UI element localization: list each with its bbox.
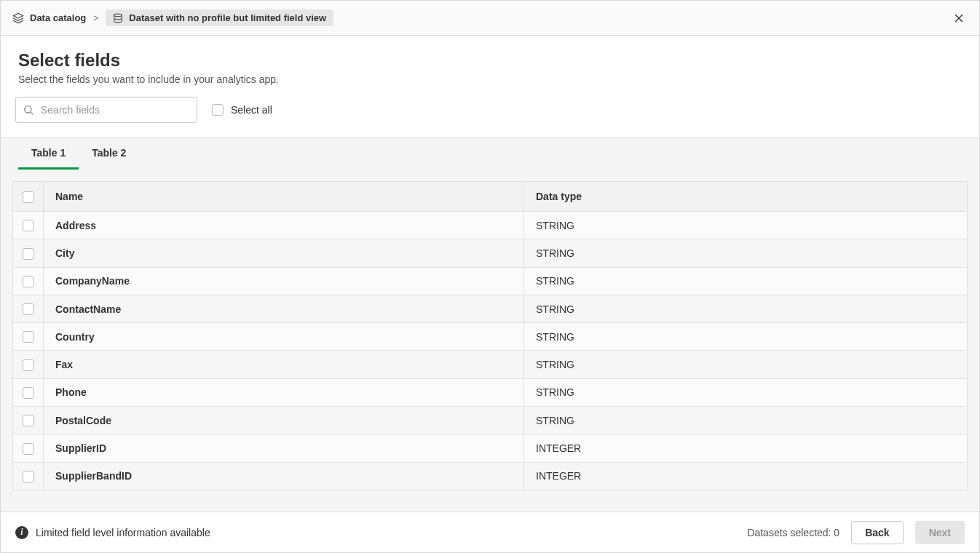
row-checkbox-cell	[13, 323, 44, 351]
row-field-name: SupplierID	[44, 434, 524, 462]
row-field-type: STRING	[524, 323, 968, 351]
row-field-name: Fax	[44, 351, 524, 378]
search-icon	[23, 104, 34, 116]
table-row[interactable]: CompanyNameSTRING	[13, 267, 968, 295]
table-row[interactable]: SupplierIDINTEGER	[13, 434, 968, 462]
row-field-type: STRING	[524, 212, 968, 239]
page-title: Select fields	[18, 50, 962, 71]
row-field-type: STRING	[524, 239, 968, 267]
row-checkbox-cell	[13, 295, 44, 322]
row-checkbox[interactable]	[23, 248, 34, 260]
row-checkbox-cell	[13, 239, 44, 267]
search-wrapper	[15, 97, 197, 123]
row-field-name: Phone	[44, 378, 524, 406]
close-button[interactable]	[950, 9, 968, 27]
breadcrumb-current[interactable]: Dataset with no profile but limited fiel…	[106, 9, 333, 26]
row-field-name: Address	[44, 212, 524, 239]
table-row[interactable]: CountrySTRING	[13, 323, 968, 351]
footer-info: i Limited field level information availa…	[15, 526, 210, 539]
row-checkbox-cell	[13, 351, 44, 378]
row-checkbox-cell	[13, 378, 44, 406]
row-checkbox-cell	[13, 434, 44, 462]
row-field-type: INTEGER	[524, 462, 968, 490]
row-field-type: STRING	[524, 407, 968, 434]
svg-point-4	[25, 106, 31, 113]
row-checkbox[interactable]	[23, 443, 34, 455]
layers-icon	[12, 12, 24, 24]
header-name[interactable]: Name	[44, 182, 524, 212]
row-checkbox-cell	[13, 267, 44, 295]
footer-actions: Datasets selected: 0 Back Next	[747, 521, 965, 544]
breadcrumb: Data catalog > Dataset with no profile b…	[12, 9, 333, 26]
header-checkbox[interactable]	[23, 191, 34, 203]
breadcrumb-root-label: Data catalog	[30, 12, 86, 23]
fields-table: Name Data type AddressSTRINGCitySTRINGCo…	[12, 181, 968, 490]
row-field-name: PostalCode	[44, 407, 524, 434]
header-type[interactable]: Data type	[524, 182, 968, 212]
select-all-checkbox[interactable]	[212, 104, 224, 116]
table-row[interactable]: FaxSTRING	[13, 351, 968, 378]
next-button[interactable]: Next	[915, 521, 965, 544]
database-icon	[113, 13, 123, 23]
table-row[interactable]: SupplierBandIDINTEGER	[13, 462, 968, 490]
header-checkbox-cell	[13, 182, 44, 212]
footer-info-text: Limited field level information availabl…	[36, 527, 210, 538]
row-field-type: STRING	[524, 351, 968, 378]
svg-point-1	[114, 14, 122, 17]
controls-row: Select all	[1, 97, 979, 138]
svg-line-5	[31, 112, 33, 114]
close-icon	[952, 12, 965, 25]
table-row[interactable]: PostalCodeSTRING	[13, 407, 968, 434]
row-field-name: SupplierBandID	[44, 462, 524, 490]
back-button[interactable]: Back	[851, 521, 903, 544]
row-field-name: City	[44, 239, 524, 267]
row-checkbox[interactable]	[23, 471, 34, 482]
tab-table-1[interactable]: Table 1	[18, 138, 79, 170]
page-subtitle: Select the fields you want to include in…	[18, 73, 962, 85]
row-checkbox[interactable]	[23, 303, 34, 315]
select-all-label: Select all	[231, 104, 272, 116]
row-field-name: Country	[44, 323, 524, 351]
table-row[interactable]: PhoneSTRING	[13, 378, 968, 406]
table-wrapper[interactable]: Name Data type AddressSTRINGCitySTRINGCo…	[1, 170, 979, 512]
table-row[interactable]: ContactNameSTRING	[13, 295, 968, 322]
footer-bar: i Limited field level information availa…	[1, 512, 979, 552]
info-icon: i	[15, 526, 28, 539]
row-checkbox[interactable]	[23, 415, 34, 426]
row-field-type: STRING	[524, 267, 968, 295]
breadcrumb-current-label: Dataset with no profile but limited fiel…	[129, 12, 326, 23]
row-field-name: ContactName	[44, 295, 524, 322]
table-row[interactable]: AddressSTRING	[13, 212, 968, 239]
breadcrumb-separator: >	[93, 13, 98, 23]
select-all-group: Select all	[212, 104, 272, 116]
row-checkbox[interactable]	[23, 276, 34, 287]
row-field-type: STRING	[524, 378, 968, 406]
row-checkbox[interactable]	[23, 220, 34, 231]
breadcrumb-root[interactable]: Data catalog	[12, 12, 86, 24]
svg-marker-0	[13, 13, 23, 18]
table-row[interactable]: CitySTRING	[13, 239, 968, 267]
row-checkbox-cell	[13, 407, 44, 434]
tab-bar: Table 1 Table 2	[1, 138, 979, 170]
row-checkbox[interactable]	[23, 359, 34, 371]
page-header: Select fields Select the fields you want…	[1, 36, 979, 97]
tab-table-2[interactable]: Table 2	[79, 138, 139, 170]
row-checkbox[interactable]	[23, 387, 34, 399]
row-checkbox-cell	[13, 462, 44, 490]
search-input[interactable]	[15, 97, 197, 123]
datasets-selected-label: Datasets selected: 0	[747, 527, 839, 538]
row-field-type: STRING	[524, 295, 968, 322]
top-bar: Data catalog > Dataset with no profile b…	[1, 1, 979, 36]
row-checkbox[interactable]	[23, 331, 34, 343]
row-field-type: INTEGER	[524, 434, 968, 462]
row-checkbox-cell	[13, 212, 44, 239]
row-field-name: CompanyName	[44, 267, 524, 295]
